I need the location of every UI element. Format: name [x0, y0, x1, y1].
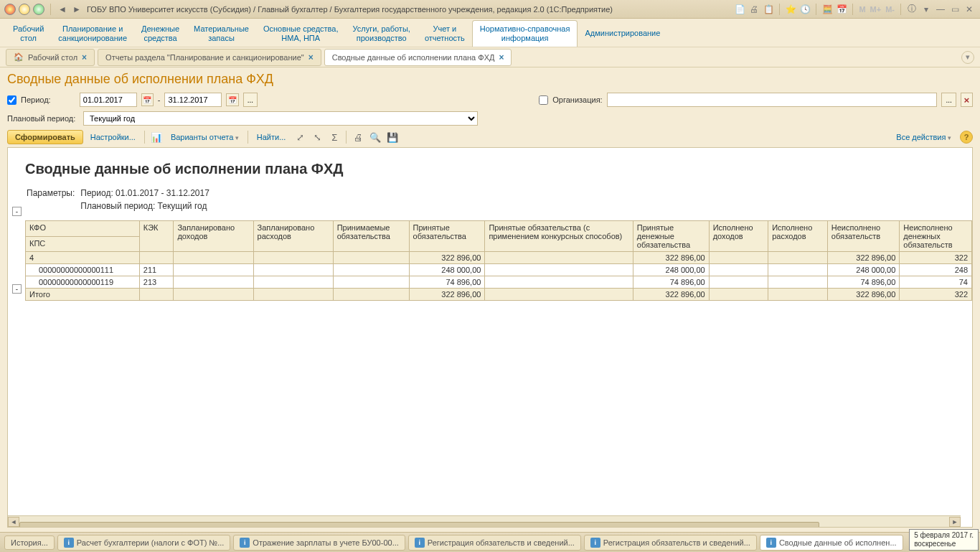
org-input[interactable] [607, 93, 938, 107]
task-item[interactable]: iРегистрация обязательств и сведений... [408, 535, 581, 551]
org-label: Организация: [552, 95, 602, 104]
col-kek: КЭК [139, 221, 174, 252]
org-checkbox[interactable] [539, 95, 548, 105]
print-icon[interactable]: 🖨 [748, 3, 760, 16]
tab-bar: 🏠 Рабочий стол × Отчеты раздела "Планиро… [0, 47, 980, 67]
col-plan-expense: Запланировано расходов [253, 221, 333, 252]
task-item[interactable]: iРегистрация обязательств и сведений... [584, 535, 757, 551]
nav-admin[interactable]: Администрирование [578, 20, 667, 47]
tab-summary[interactable]: Сводные данные об исполнении плана ФХД × [324, 49, 512, 66]
variants-icon: 📊 [149, 130, 164, 144]
all-actions-button[interactable]: Все действия [892, 131, 956, 144]
period-dots-button[interactable]: ... [243, 93, 258, 107]
nav-reference[interactable]: Нормативно-справочная информация [472, 20, 578, 47]
zoom-m-minus[interactable]: M- [884, 5, 896, 14]
col-accept-obl: Принимаемые обязательства [333, 221, 409, 252]
nav-money[interactable]: Денежные средства [134, 20, 187, 47]
table-row[interactable]: 4322 896,00322 896,00322 896,00322 [26, 252, 972, 264]
col-accepted-konk: Принятые обязательства (с применением ко… [485, 221, 633, 252]
col-accepted-obl: Принятые обязательства [409, 221, 485, 252]
date-to-picker-icon[interactable]: 📅 [226, 93, 238, 106]
table-row[interactable]: 00000000000000111211248 000,00248 000,00… [26, 264, 972, 276]
save-icon[interactable]: 💾 [385, 130, 400, 144]
table-row[interactable]: Итого322 896,00322 896,00322 896,00322 [26, 289, 972, 301]
help-icon[interactable]: ? [960, 131, 973, 144]
history-button[interactable]: История... [4, 535, 55, 550]
nav-planning[interactable]: Планирование и санкционирование [51, 20, 134, 47]
collapse-icon[interactable]: ⤡ [310, 130, 324, 144]
window-min-dot[interactable] [19, 4, 30, 15]
tabbar-menu[interactable]: ▾ [961, 51, 974, 64]
history-icon[interactable]: 🕓 [798, 3, 811, 16]
doc-icon: i [766, 538, 776, 548]
taskbar: История... iРасчет бухгалтерии (налоги с… [0, 532, 980, 552]
clock: 5 февраля 2017 г. воскресенье [909, 529, 979, 551]
task-item-active[interactable]: iСводные данные об исполнен... [760, 535, 903, 551]
sum-icon[interactable]: Σ [327, 130, 341, 144]
tab-close[interactable]: × [499, 52, 504, 62]
tree-collapse-icon[interactable]: - [12, 284, 22, 294]
tab-close[interactable]: × [308, 52, 314, 62]
nav-materials[interactable]: Материальные запасы [187, 20, 256, 47]
tab-desktop[interactable]: 🏠 Рабочий стол × [6, 49, 95, 66]
tab-close[interactable]: × [82, 52, 87, 62]
print-icon[interactable]: 🖨 [351, 130, 365, 144]
info-icon[interactable]: ⓘ [905, 3, 918, 16]
report-table: КФО КЭК Запланировано доходов Запланиров… [25, 220, 972, 301]
org-dots-button[interactable]: ... [941, 93, 956, 107]
date-to-input[interactable] [164, 93, 222, 107]
doc-icon: i [240, 538, 250, 548]
col-plan-income: Запланировано доходов [174, 221, 253, 252]
col-accepted-money: Принятые денежные обязательства [633, 221, 709, 252]
col-unexec-money: Неисполнено денежных обязательств [900, 221, 972, 252]
settings-button[interactable]: Настройки... [86, 131, 140, 144]
content: Сводные данные об исполнении плана ФХД П… [0, 67, 980, 532]
date-from-input[interactable] [80, 93, 137, 107]
tab-reports[interactable]: Отчеты раздела "Планирование и санкциони… [98, 49, 321, 66]
dropdown-icon[interactable]: ▾ [920, 3, 933, 16]
nav-accounting[interactable]: Учет и отчетность [418, 20, 472, 47]
zoom-m[interactable]: M [857, 5, 867, 14]
page-title: Сводные данные об исполнении плана ФХД [7, 72, 973, 87]
save-icon[interactable]: 📄 [733, 3, 746, 16]
minimize-icon[interactable]: — [934, 3, 947, 16]
nav-back-icon[interactable]: ◄ [57, 4, 68, 15]
nav-fwd-icon[interactable]: ► [71, 4, 83, 15]
zoom-m-plus[interactable]: M+ [869, 5, 883, 14]
nav-desktop[interactable]: Рабочий стол [6, 20, 51, 47]
period-checkbox[interactable] [7, 95, 17, 105]
tree-collapse-icon[interactable]: - [12, 207, 22, 216]
maximize-icon[interactable]: ▭ [948, 3, 961, 16]
window-max-dot[interactable] [33, 4, 44, 15]
scroll-left-icon[interactable]: ◄ [8, 517, 19, 527]
main-nav: Рабочий стол Планирование и санкциониров… [0, 19, 980, 47]
calc-icon[interactable]: 🧮 [821, 3, 834, 16]
preview-icon[interactable]: 🔍 [368, 130, 382, 144]
window-title: ГОБУ ВПО Университет искусств (Субсидия)… [87, 5, 733, 14]
nav-services[interactable]: Услуги, работы, производство [346, 20, 418, 47]
close-icon[interactable]: ✕ [963, 3, 976, 16]
doc-icon: i [590, 538, 600, 548]
favorite-icon[interactable]: ⭐ [784, 3, 797, 16]
copy-icon[interactable]: 📋 [762, 3, 775, 16]
find-button[interactable]: Найти... [253, 131, 291, 144]
doc-icon: i [415, 538, 425, 548]
col-exec-expense: Исполнено расходов [768, 221, 828, 252]
task-item[interactable]: iОтражение зарплаты в учете БУ00-00... [233, 535, 405, 551]
table-row[interactable]: 0000000000000011921374 896,0074 896,0074… [26, 276, 972, 289]
plan-period-select[interactable]: Текущий год [83, 111, 478, 126]
org-clear-button[interactable]: × [961, 93, 973, 107]
nav-assets[interactable]: Основные средства, НМА, НПА [256, 20, 346, 47]
h-scrollbar[interactable]: ◄ ► [8, 515, 961, 527]
report-area[interactable]: - - Сводные данные об исполнении плана Ф… [7, 147, 973, 528]
expand-icon[interactable]: ⤢ [293, 130, 307, 144]
titlebar: ◄ ► ГОБУ ВПО Университет искусств (Субси… [0, 0, 980, 19]
task-item[interactable]: iРасчет бухгалтерии (налоги с ФОТ) №... [57, 535, 231, 551]
period-label: Период: [21, 95, 51, 104]
calendar-icon[interactable]: 📅 [835, 3, 848, 16]
window-close-dot[interactable] [4, 4, 16, 15]
form-button[interactable]: Сформировать [7, 130, 83, 144]
variants-button[interactable]: Варианты отчета [166, 131, 243, 144]
scroll-right-icon[interactable]: ► [949, 517, 961, 527]
date-from-picker-icon[interactable]: 📅 [141, 93, 154, 106]
